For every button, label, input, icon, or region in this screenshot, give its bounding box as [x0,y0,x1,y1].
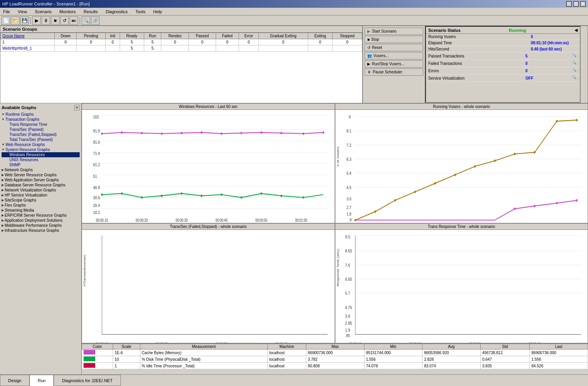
svg-text:1.9: 1.9 [345,328,350,332]
row1-passed: 0 [189,39,216,45]
row1-run: 5 [144,39,161,45]
row1-failed: 0 [216,39,239,45]
avg-2: 2.828 [422,356,481,363]
toolbar-btn-4[interactable]: ▶ [32,16,41,25]
machine-3: localhost [267,363,306,369]
menu-view[interactable]: View [16,9,29,14]
tree-network-graphs[interactable]: ▶ Network Graphs [2,167,80,172]
max-2: 3.782 [306,356,365,363]
run-stop-vusers-button[interactable]: ▶ Run/Stop Vusers... [365,60,423,68]
tree-flex[interactable]: ▶ Flex Graphs [2,203,80,208]
minimize-button[interactable]: − [566,1,572,7]
tree-streaming[interactable]: ▶ Streaming Media [2,208,80,213]
tree-web-resource[interactable]: ▼ Web Resource Graphs [2,142,80,147]
trans-sec-passed-label: Trans/Sec (Passed) [9,127,44,132]
tree-web-server[interactable]: ▶ Web Server Resource Graphs [2,172,80,177]
scale-2: 10 [113,356,140,363]
tree-transaction-graphs[interactable]: ▼ Transaction Graphs [2,117,80,122]
svg-text:00:00:30: 00:00:30 [215,342,227,343]
ss-search-passed[interactable]: 🔍 [572,53,578,59]
scenario-groups-table: Group Name Down Pending Init Ready Run R… [0,33,362,52]
pause-scheduler-button[interactable]: ⏸ Pause Scheduler [365,68,423,76]
tree-sitescope[interactable]: ▶ SiteScope Graphs [2,198,80,203]
toolbar-btn-7[interactable]: ↺ [60,16,69,25]
tree-web-app[interactable]: ▶ Web Application Server Graphs [2,177,80,183]
stop-button[interactable]: ■ Stop [365,36,423,43]
tab-design[interactable]: Design [0,375,30,386]
col-gradual: Gradual Exiting [259,33,308,39]
ss-value-hits: 0.40 (last 60 sec) [531,47,578,51]
vusers-button[interactable]: 👥 Vusers... [365,52,423,59]
last-1: 86900736.000 [530,349,588,356]
svg-point-70 [454,174,456,176]
col-init: Init [106,33,120,39]
col-exiting: Exiting [308,33,333,39]
svg-point-24 [201,131,202,134]
close-panel-button[interactable]: ✕ [74,105,80,110]
tree-erp[interactable]: ▶ ERP/CRM Server Resource Graphs [2,213,80,218]
menu-file[interactable]: File [2,9,12,14]
tree-netvirt[interactable]: ▶ Network Virtualization Graphs [2,188,80,193]
tree-middleware[interactable]: ▶ Middleware Performance Graphs [2,223,80,228]
svg-text:51: 51 [93,174,97,179]
measurement-1: Cache Bytes (Memory) [140,349,267,356]
maximize-button[interactable]: □ [573,1,579,7]
menu-monitors[interactable]: Monitors [58,9,77,14]
svg-text:00:00:40: 00:00:40 [275,342,287,343]
toolbar-btn-10[interactable]: 🔗 [91,16,99,25]
expand-erp: ▶ [2,214,4,217]
tree-trans-response[interactable]: Trans Response Time [2,122,80,127]
svg-text:4.5: 4.5 [346,185,351,190]
tree-hp-sv[interactable]: ▶ HP Service Virtualization [2,193,80,198]
windows-resources-svg: 102 91.8 81.6 71.4 61.2 51 40.8 30.6 20.… [82,110,335,223]
svg-text:3.8: 3.8 [345,314,350,318]
toolbar-btn-9[interactable]: 🔍 [82,16,90,25]
tab-diagnostics[interactable]: Diagnostics for J2EE/.NET [54,375,120,386]
tree-system-resource[interactable]: ▼ System Resource Graphs [2,147,80,152]
start-scenario-button[interactable]: ▶ Start Scenario [365,28,423,35]
expand-webserver: ▶ [2,173,4,177]
close-button[interactable]: ✕ [580,1,586,7]
start-icon: ▶ [367,29,370,33]
toolbar-btn-6[interactable]: ■ [51,16,59,25]
tree-app-deploy[interactable]: ▶ Application Deployment Solutions [2,218,80,223]
windows-resources-content: 102 91.8 81.6 71.4 61.2 51 40.8 30.6 20.… [82,110,335,223]
ss-search-errors[interactable]: 🔍 [572,68,578,73]
toolbar-btn-8[interactable]: ⏭ [70,16,78,25]
toolbar-btn-2[interactable]: 📂 [11,16,19,25]
toolbar-btn-5[interactable]: ⏸ [42,16,50,25]
menu-scenario[interactable]: Scenario [33,9,53,14]
graph-data-area: Windows Resources - Last 60 sec 102 91.8… [82,103,588,374]
collapse-icon[interactable]: ◀ [574,28,578,33]
toolbar-btn-3[interactable]: 💾 [20,16,29,25]
ss-search-sv[interactable]: 🔍 [572,75,578,81]
tree-unix-resources[interactable]: UNIX Resources [2,157,80,162]
tab-run[interactable]: Run [30,375,54,386]
tree-infra[interactable]: ▶ Infrastructure Resource Graphs [2,228,80,233]
data-table: Color Scale Measurement Machine Max Min … [82,344,588,369]
ss-search-failed[interactable]: 🔍 [572,61,578,66]
row1-rendez: 0 [161,39,189,45]
menu-diagnostics[interactable]: Diagnostics [104,9,129,14]
trans-response-label: Trans Response Time [9,122,47,127]
scale-3: 1 [113,363,140,369]
tree-trans-sec-failed[interactable]: Trans/Sec (Failed,Stopped) [2,132,80,137]
menu-help[interactable]: Help [152,9,164,14]
svg-text:6.65: 6.65 [345,277,352,282]
ss-label-running: Running Vusers [428,35,531,39]
tree-db-server[interactable]: ▶ Database Server Resource Graphs [2,183,80,188]
tree-total-trans[interactable]: Total Trans/Sec (Passed) [2,137,80,142]
toolbar-btn-1[interactable]: 📄 [2,16,10,25]
stop-icon: ■ [367,37,370,42]
tree-trans-sec-passed[interactable]: Trans/Sec (Passed) [2,127,80,132]
svg-text:00:00:10: 00:00:10 [96,218,108,223]
tree-snmp[interactable]: SNMP [2,162,80,167]
reset-button[interactable]: ↺ Reset [365,44,423,51]
expand-runtime: ▼ [2,113,5,116]
run-stop-label: Run/Stop Vusers... [372,62,405,66]
menu-results[interactable]: Results [82,9,99,14]
tree-runtime-graphs[interactable]: ▼ Runtime Graphs [2,112,80,117]
col-max: Max [306,344,365,349]
tree-windows-resources[interactable]: Windows Resources [2,152,80,157]
menu-tools[interactable]: Tools [134,9,147,14]
